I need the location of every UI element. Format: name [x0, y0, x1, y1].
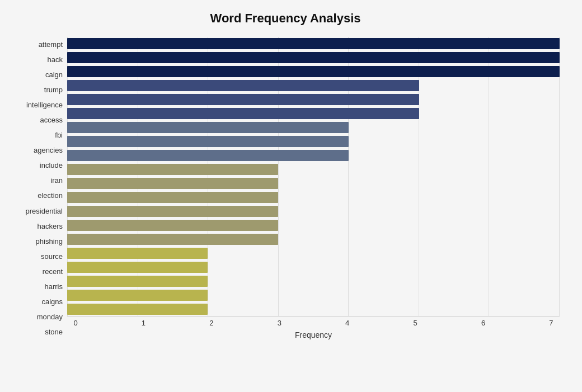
bar	[67, 122, 349, 133]
chart-title: Word Frequency Analysis	[11, 11, 560, 26]
y-label: phishing	[36, 234, 63, 249]
bar-row	[67, 163, 560, 177]
bar-row	[67, 232, 560, 246]
y-label: iran	[50, 173, 63, 188]
bar-row	[67, 51, 560, 65]
x-tick: 5	[407, 319, 424, 327]
bar-row	[67, 288, 560, 302]
bar	[67, 108, 419, 119]
bar-row	[67, 274, 560, 288]
y-label: caigns	[41, 294, 63, 309]
bar	[67, 136, 349, 147]
y-label: hack	[48, 52, 63, 67]
bar	[67, 206, 278, 217]
bar-row	[67, 218, 560, 232]
bar	[67, 38, 560, 49]
bar	[67, 248, 208, 259]
y-label: trump	[44, 82, 63, 97]
bar-row	[67, 302, 560, 316]
x-tick: 6	[475, 319, 492, 327]
bars-area	[67, 37, 560, 316]
bar-row	[67, 121, 560, 135]
bar	[67, 304, 208, 315]
y-axis: attempthackcaigntrumpintelligenceaccessf…	[11, 37, 67, 339]
bar	[67, 80, 419, 91]
y-label: presidential	[26, 204, 63, 219]
chart-container: Word Frequency Analysis attempthackcaign…	[0, 0, 582, 392]
bar-row	[67, 93, 560, 107]
bar	[67, 164, 278, 175]
bar-row	[67, 204, 560, 218]
x-tick: 1	[135, 319, 152, 327]
bar	[67, 276, 208, 287]
bar	[67, 66, 560, 77]
bar	[67, 192, 278, 203]
y-label: access	[40, 112, 63, 127]
y-label: source	[41, 249, 63, 264]
x-axis: 01234567	[67, 316, 560, 327]
bar-row	[67, 177, 560, 191]
bar-row	[67, 135, 560, 149]
x-tick: 3	[271, 319, 288, 327]
y-label: election	[37, 188, 63, 203]
bar	[67, 94, 419, 105]
bar	[67, 150, 349, 161]
y-label: agencies	[34, 143, 63, 158]
bar	[67, 262, 208, 273]
bar-row	[67, 190, 560, 204]
bar	[67, 178, 278, 189]
x-tick: 4	[339, 319, 356, 327]
bar-row	[67, 149, 560, 163]
bar	[67, 52, 560, 63]
y-label: stone	[45, 324, 63, 339]
bar	[67, 234, 278, 245]
y-label: recent	[43, 264, 63, 279]
bars-and-xaxis: 01234567 Frequency	[67, 37, 560, 339]
y-label: monday	[37, 309, 63, 324]
bar-row	[67, 37, 560, 51]
y-label: harris	[44, 279, 63, 294]
y-label: caign	[45, 67, 63, 82]
y-label: hackers	[37, 219, 63, 234]
bar-row	[67, 107, 560, 121]
y-label: fbi	[55, 127, 63, 143]
bar-row	[67, 246, 560, 260]
bar-row	[67, 79, 560, 93]
bar	[67, 290, 208, 301]
bar	[67, 220, 278, 231]
y-label: intelligence	[26, 97, 63, 112]
x-tick: 7	[543, 319, 560, 327]
y-label: include	[40, 158, 63, 173]
x-tick: 0	[67, 319, 84, 327]
bars-grid	[67, 37, 560, 316]
x-axis-label: Frequency	[67, 327, 560, 339]
bar-row	[67, 65, 560, 79]
chart-area: attempthackcaigntrumpintelligenceaccessf…	[11, 37, 560, 339]
y-label: attempt	[39, 37, 63, 52]
bar-row	[67, 260, 560, 274]
x-tick: 2	[203, 319, 220, 327]
